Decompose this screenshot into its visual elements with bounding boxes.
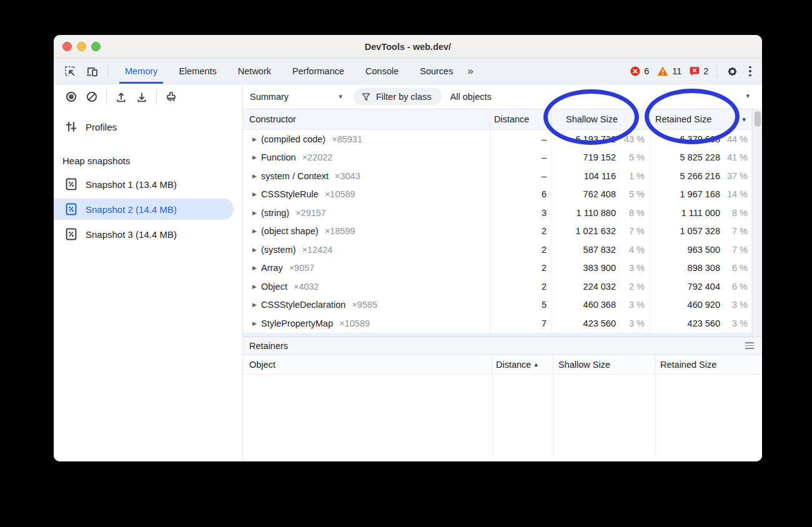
objects-filter-select[interactable]: All objects [450,92,492,102]
expand-icon[interactable]: ▶ [252,247,261,253]
expand-icon[interactable]: ▶ [252,302,261,308]
error-icon [630,66,640,76]
heap-toolbar: Summary ▼ Filter by class All objects ▼ [243,84,762,109]
tab-sources[interactable]: Sources [409,59,463,84]
snapshot-item-3[interactable]: Snapshot 3 (14.4 MB) [54,224,234,245]
table-row[interactable]: ▶(string)×29157 3 1 110 8808 % 1 111 000… [243,204,762,222]
expand-icon[interactable]: ▶ [252,283,261,290]
devtools-tabbar: Memory Elements Network Performance Cons… [54,59,762,84]
table-row[interactable]: ▶Object×4032 2 224 0322 % 792 4046 % [243,277,762,296]
issues-count-badge[interactable]: 2 [690,66,708,76]
instance-count: ×10589 [339,318,370,328]
table-row[interactable]: ▶StylePropertyMap×10589 7 423 5603 % 423… [243,314,762,333]
more-options-menu-icon[interactable] [747,66,753,77]
clear-profiles-icon[interactable] [86,91,98,103]
error-count-badge[interactable]: 6 [630,66,649,76]
distance-value: 2 [490,277,552,296]
shallow-size-percent: 7 % [616,226,650,236]
zoom-window-button[interactable] [91,42,101,51]
more-tabs-icon[interactable]: » [463,65,476,77]
error-count: 6 [644,66,649,76]
tab-performance[interactable]: Performance [282,59,355,84]
retained-size-value: 898 308 [650,263,720,273]
retainers-menu-icon[interactable] [745,342,756,349]
constructor-name: (system) [261,245,296,255]
retainers-title: Retainers [249,341,288,351]
vertical-scrollbar[interactable] [752,109,762,335]
device-toolbar-icon[interactable] [86,65,98,77]
column-header-distance[interactable]: Distance ▲ [492,355,553,374]
load-profile-upload-icon[interactable] [115,91,127,103]
column-label: Object [249,360,275,370]
table-row[interactable]: ▶Function×22022 – 719 1525 % 5 825 22841… [243,149,762,167]
constructor-name: system / Context [261,171,329,181]
expand-icon[interactable]: ▶ [252,320,261,327]
constructor-name: StylePropertyMap [261,318,333,328]
table-row[interactable]: ▶CSSStyleRule×10589 6 762 4085 % 1 967 1… [243,185,762,204]
retained-size-value: 460 920 [650,300,720,310]
objects-filter-chevron-icon[interactable]: ▼ [745,92,751,99]
retained-size-value: 963 500 [650,245,720,255]
retained-size-value: 1 057 328 [650,226,720,236]
column-label: Distance [496,360,531,370]
table-row[interactable]: ▶Array×9057 2 383 9003 % 898 3086 % [243,259,762,278]
table-row[interactable]: ▶(system)×12424 2 587 8324 % 963 5007 % [243,240,762,259]
shallow-size-value: 1 021 632 [552,226,616,236]
retained-size-percent: 6 % [720,263,751,273]
inspect-element-icon[interactable] [64,65,76,77]
table-row[interactable]: ▶CSSStyleDeclaration×9585 5 460 3683 % 4… [243,296,762,315]
take-snapshot-record-icon[interactable] [65,91,77,103]
retained-size-percent: 3 % [720,318,751,328]
shallow-size-value: 719 152 [552,152,616,162]
column-header-shallow-size[interactable]: Shallow Size [552,109,650,129]
table-row[interactable]: ▶(compiled code)×85931 – 6 193 73243 % 6… [243,130,762,149]
table-row[interactable]: ▶system / Context×3043 – 104 1161 % 5 26… [243,167,762,185]
warning-count-badge[interactable]: 11 [657,66,681,76]
perspective-select[interactable]: Summary ▼ [250,92,344,102]
filter-funnel-icon [361,92,371,102]
expand-icon[interactable]: ▶ [252,191,261,197]
retained-size-percent: 41 % [720,152,751,162]
expand-icon[interactable]: ▶ [252,154,261,160]
save-profile-download-icon[interactable] [136,91,148,103]
heap-grid-body: ▶(compiled code)×85931 – 6 193 73243 % 6… [243,130,762,333]
settings-gear-icon[interactable] [725,64,739,78]
expand-icon[interactable]: ▶ [252,210,261,216]
titlebar: DevTools - web.dev/ [54,35,762,59]
column-header-retained-size[interactable]: Retained Size [655,355,762,374]
column-header-object[interactable]: Object [243,355,492,374]
shallow-size-value: 6 193 732 [552,134,616,144]
snapshot-item-1[interactable]: Snapshot 1 (13.4 MB) [54,174,234,195]
expand-icon[interactable]: ▶ [252,136,261,142]
tab-memory[interactable]: Memory [114,59,168,84]
collect-garbage-brush-icon[interactable] [165,91,177,103]
column-header-constructor[interactable]: Constructor [243,109,490,129]
tab-console[interactable]: Console [355,59,409,84]
column-header-retained-size[interactable]: Retained Size ▼ [650,109,752,129]
table-row[interactable]: ▶(object shape)×18599 2 1 021 6327 % 1 0… [243,222,762,241]
constructor-name: CSSStyleDeclaration [261,300,345,310]
shallow-size-percent: 4 % [616,245,650,255]
instance-count: ×29157 [295,208,326,218]
minimize-window-button[interactable] [77,42,86,51]
close-window-button[interactable] [62,42,72,51]
snapshot-item-2[interactable]: Snapshot 2 (14.4 MB) [54,199,234,220]
memory-sidebar: Profiles Heap snapshots Snapshot 1 (13.4… [54,84,243,461]
expand-icon[interactable]: ▶ [252,173,261,179]
constructor-name: (string) [261,208,289,218]
shallow-size-percent: 2 % [616,282,650,292]
tab-network[interactable]: Network [227,59,282,84]
column-header-shallow-size[interactable]: Shallow Size [553,355,655,374]
expand-icon[interactable]: ▶ [252,265,261,271]
tab-elements[interactable]: Elements [168,59,227,84]
profiles-label: Profiles [86,122,117,132]
retained-size-value: 1 967 168 [650,189,720,199]
class-filter-input[interactable]: Filter by class [354,88,442,105]
expand-icon[interactable]: ▶ [252,228,261,234]
sidebar-item-profiles[interactable]: Profiles [54,117,242,137]
scrollbar-thumb[interactable] [755,111,761,127]
constructor-name: CSSStyleRule [261,189,319,199]
distance-value: – [490,149,552,167]
instance-count: ×22022 [302,152,333,162]
column-header-distance[interactable]: Distance [490,109,552,129]
